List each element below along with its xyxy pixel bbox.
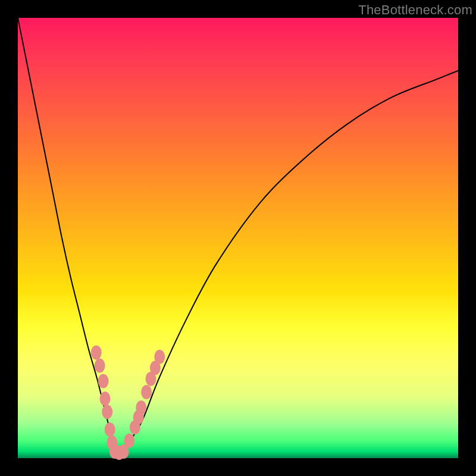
marker-point (154, 350, 165, 364)
marker-point (136, 400, 146, 415)
marker-point (91, 345, 102, 359)
marker-point (100, 392, 111, 406)
curve-path (18, 18, 458, 454)
chart-svg (18, 18, 458, 458)
marker-point (102, 405, 112, 419)
marker-point (105, 422, 115, 437)
marker-group (91, 345, 165, 460)
plot-area (18, 18, 458, 458)
watermark-text: TheBottleneck.com (358, 2, 472, 18)
marker-point (141, 385, 152, 399)
marker-point (124, 433, 134, 447)
chart-frame: TheBottleneck.com (0, 0, 476, 476)
marker-point (95, 359, 105, 373)
marker-point (98, 374, 109, 389)
